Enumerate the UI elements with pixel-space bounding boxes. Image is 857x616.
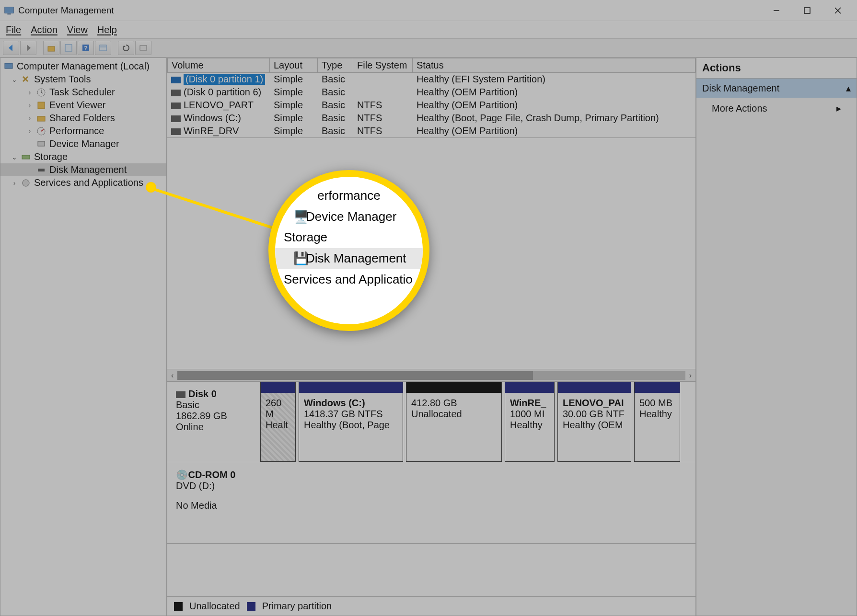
svg-rect-15: [38, 102, 45, 109]
volume-table-header[interactable]: Volume Layout Type File System Status: [167, 58, 695, 73]
partition[interactable]: 260 MHealt: [260, 382, 296, 462]
cdrom-label: 💿 CD-ROM 0 DVD (D:) No Media: [167, 462, 260, 543]
tree-label: Services and Applications: [34, 177, 143, 188]
col-status[interactable]: Status: [413, 58, 695, 73]
refresh-list-button[interactable]: [95, 41, 111, 55]
tree-label: Device Manager: [49, 138, 119, 149]
menu-help[interactable]: Help: [97, 24, 117, 35]
partition-header: [406, 382, 501, 393]
volume-name: LENOVO_PART: [184, 100, 254, 110]
tree-label: Task Scheduler: [49, 87, 115, 98]
legend-primary-swatch: [247, 602, 255, 611]
close-button[interactable]: [822, 0, 853, 21]
legend-unallocated-label: Unallocated: [189, 601, 240, 612]
col-filesystem[interactable]: File System: [353, 58, 413, 73]
horizontal-scrollbar[interactable]: ‹›: [167, 369, 695, 381]
tree-device-manager[interactable]: Device Manager: [0, 137, 166, 150]
menubar: File Action View Help: [0, 21, 857, 38]
disk0-title: Disk 0: [188, 388, 217, 399]
partition-header: [558, 382, 631, 393]
volume-status: Healthy (EFI System Partition): [413, 73, 695, 86]
tree-shared-folders[interactable]: ›Shared Folders: [0, 112, 166, 125]
volume-icon: [171, 77, 181, 83]
volume-row[interactable]: (Disk 0 partition 6)SimpleBasicHealthy (…: [167, 86, 695, 99]
collapse-icon: ▴: [846, 82, 851, 94]
menu-action[interactable]: Action: [31, 24, 58, 35]
minimize-button[interactable]: [761, 0, 792, 21]
volume-status: Healthy (OEM Partition): [413, 99, 695, 112]
volume-name: Windows (C:): [184, 113, 241, 123]
volume-type: Basic: [318, 99, 353, 112]
partition-name: WinRE_: [510, 398, 549, 409]
partition[interactable]: 412.80 GBUnallocated: [406, 382, 502, 462]
legend-primary-label: Primary partition: [262, 601, 332, 612]
disk0-strip[interactable]: Disk 0 Basic 1862.89 GB Online 260 MHeal…: [167, 382, 695, 462]
partition[interactable]: Windows (C:)1418.37 GB NTFSHealthy (Boot…: [299, 382, 403, 462]
disk0-label: Disk 0 Basic 1862.89 GB Online: [167, 382, 260, 462]
tree-performance[interactable]: ›Performance: [0, 125, 166, 137]
tree-task-scheduler[interactable]: ›Task Scheduler: [0, 86, 166, 99]
legend-unallocated-swatch: [174, 602, 183, 611]
partition-size: 1418.37 GB NTFS: [304, 409, 398, 420]
more-actions-label: More Actions: [712, 103, 767, 114]
more-actions[interactable]: More Actions ▸: [696, 98, 857, 119]
back-button[interactable]: [3, 41, 19, 55]
help-button[interactable]: ?: [78, 41, 94, 55]
mag-line: erformance: [317, 188, 381, 203]
partition-status: Healthy: [639, 409, 675, 420]
volume-row[interactable]: WinRE_DRVSimpleBasicNTFSHealthy (OEM Par…: [167, 125, 695, 137]
volume-row[interactable]: (Disk 0 partition 1)SimpleBasicHealthy (…: [167, 73, 695, 86]
gauge-icon: [36, 126, 46, 137]
svg-rect-13: [5, 63, 12, 68]
col-layout[interactable]: Layout: [270, 58, 318, 73]
partition-size: 260 M: [266, 398, 290, 420]
partition[interactable]: LENOVO_PAI30.00 GB NTFHealthy (OEM: [557, 382, 631, 462]
volume-row[interactable]: LENOVO_PARTSimpleBasicNTFSHealthy (OEM P…: [167, 99, 695, 112]
svg-rect-7: [65, 45, 72, 51]
app-icon: [4, 5, 14, 16]
partition-status: Healthy (Boot, Page: [304, 420, 398, 431]
partition[interactable]: 500 MBHealthy: [634, 382, 680, 462]
partition-size: 1000 MI: [510, 409, 549, 420]
partition-header: [505, 382, 554, 393]
settings-button[interactable]: [135, 41, 151, 55]
cdrom-strip[interactable]: 💿 CD-ROM 0 DVD (D:) No Media: [167, 462, 695, 544]
volume-fs: NTFS: [353, 99, 413, 112]
col-volume[interactable]: Volume: [167, 58, 270, 73]
disk-icon: [176, 391, 185, 398]
toolbar: ?: [0, 38, 857, 57]
legend: Unallocated Primary partition: [167, 596, 695, 616]
clock-icon: [36, 87, 46, 98]
volume-icon: [171, 128, 181, 135]
tree-services-apps[interactable]: ›Services and Applications: [0, 176, 166, 189]
svg-rect-19: [22, 155, 30, 159]
cdrom-title: CD-ROM 0: [188, 469, 236, 480]
menu-view[interactable]: View: [67, 24, 88, 35]
svg-rect-3: [804, 8, 810, 13]
partition-size: 30.00 GB NTF: [563, 409, 626, 420]
tree-root[interactable]: Computer Management (Local): [0, 60, 166, 73]
partition-size: 412.80 GB: [411, 398, 497, 409]
refresh-button[interactable]: [118, 41, 134, 55]
volume-status: Healthy (OEM Partition): [413, 125, 695, 137]
volume-name: (Disk 0 partition 1): [184, 74, 265, 85]
partition-status: Healthy: [510, 420, 549, 431]
partition[interactable]: WinRE_1000 MIHealthy: [505, 382, 555, 462]
properties-button[interactable]: [60, 41, 77, 55]
forward-button[interactable]: [20, 41, 36, 55]
tree-storage[interactable]: ⌄Storage: [0, 150, 166, 163]
col-type[interactable]: Type: [318, 58, 353, 73]
up-button[interactable]: [43, 41, 59, 55]
actions-header: Actions: [696, 58, 857, 79]
menu-file[interactable]: File: [6, 24, 21, 35]
partition-status: Healt: [266, 420, 290, 431]
volume-row[interactable]: Windows (C:)SimpleBasicNTFSHealthy (Boot…: [167, 112, 695, 125]
maximize-button[interactable]: [792, 0, 822, 21]
actions-context[interactable]: Disk Management ▴: [696, 79, 857, 98]
tree-event-viewer[interactable]: ›Event Viewer: [0, 99, 166, 112]
tree-disk-management[interactable]: Disk Management: [0, 163, 166, 176]
computer-icon: [3, 61, 14, 72]
tree-system-tools[interactable]: ⌄ System Tools: [0, 73, 166, 86]
partition-header: [299, 382, 403, 393]
device-icon: [36, 139, 46, 149]
